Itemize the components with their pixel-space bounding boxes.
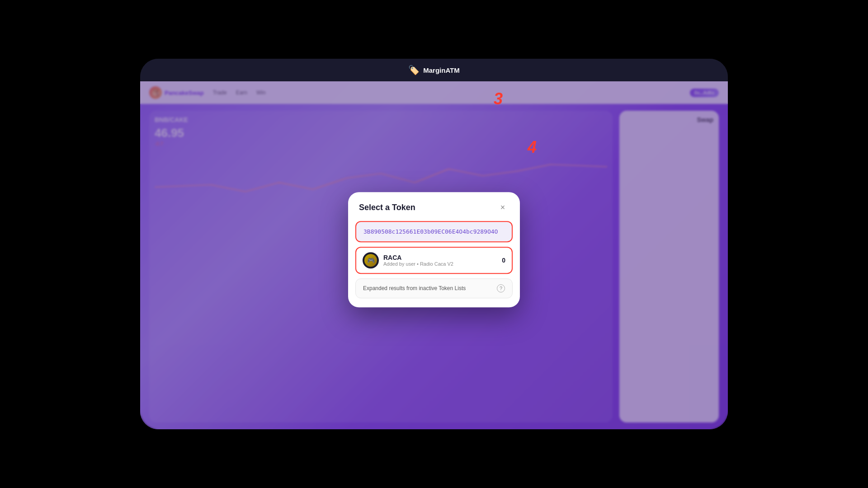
raca-token-icon: 🎮 bbox=[363, 252, 379, 268]
top-bar-logo-icon: 🏷️ bbox=[408, 65, 420, 75]
token-select-modal: Select a Token × 🎮 RACA Added by user • … bbox=[348, 192, 520, 307]
raca-token-symbol: RACA bbox=[383, 254, 497, 261]
raca-token-icon-inner: 🎮 bbox=[364, 254, 377, 267]
modal-body: 🎮 RACA Added by user • Radio Caca V2 0 E… bbox=[348, 221, 520, 307]
step-3-annotation: 3 bbox=[494, 89, 503, 108]
raca-token-result[interactable]: 🎮 RACA Added by user • Radio Caca V2 0 bbox=[355, 247, 513, 274]
top-bar: 🏷️ MarginATM bbox=[140, 59, 728, 81]
modal-title: Select a Token bbox=[359, 203, 415, 212]
raca-token-balance: 0 bbox=[502, 257, 505, 264]
expanded-results-section[interactable]: Expanded results from inactive Token Lis… bbox=[355, 278, 513, 298]
expanded-results-text: Expanded results from inactive Token Lis… bbox=[363, 285, 466, 291]
help-icon[interactable]: ? bbox=[497, 284, 505, 292]
step-4-annotation: 4 bbox=[528, 138, 537, 157]
raca-token-source: Added by user • Radio Caca V2 bbox=[383, 261, 497, 267]
modal-close-button[interactable]: × bbox=[496, 201, 509, 214]
modal-header: Select a Token × bbox=[348, 192, 520, 221]
search-wrapper bbox=[355, 221, 513, 242]
top-bar-title: MarginATM bbox=[423, 66, 460, 74]
modal-dialog: Select a Token × 🎮 RACA Added by user • … bbox=[348, 192, 520, 307]
device-frame: 🏷️ MarginATM 🥞 PancakeSwap Trade Earn Wi… bbox=[140, 59, 728, 429]
raca-token-info: RACA Added by user • Radio Caca V2 bbox=[383, 254, 497, 267]
token-search-input[interactable] bbox=[356, 222, 512, 241]
